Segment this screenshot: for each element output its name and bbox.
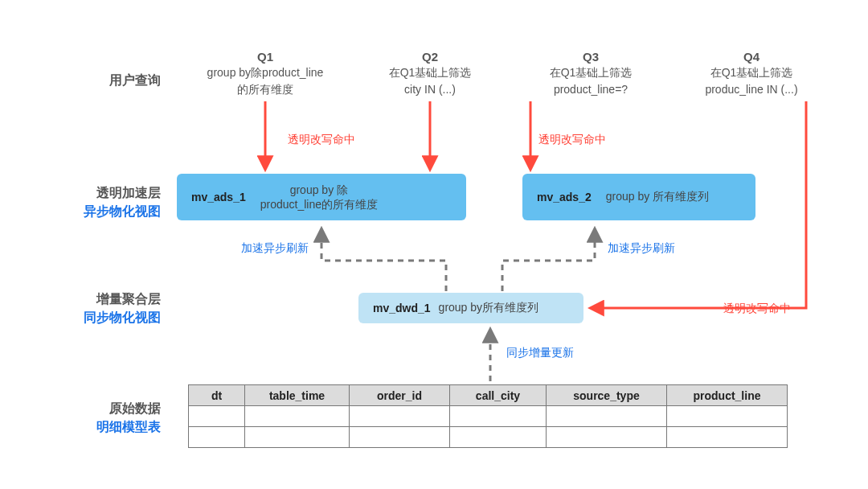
- rowlabel-subtext: 明细模型表: [48, 419, 161, 436]
- arrow-dwd1-to-ads1: [321, 229, 446, 291]
- rowlabel-subtext: 同步物化视图: [48, 310, 161, 327]
- query-line1: 在Q1基础上筛选: [675, 65, 828, 80]
- diagram-stage: 用户查询 透明加速层 异步物化视图 增量聚合层 同步物化视图 原始数据 明细模型…: [0, 0, 868, 489]
- query-id: Q4: [675, 50, 828, 64]
- rowlabel-text: 透明加速层: [48, 185, 161, 202]
- mv-ads-2-box: mv_ads_2 group by 所有维度列: [522, 174, 755, 220]
- rowlabel-agg-layer: 增量聚合层 同步物化视图: [48, 291, 161, 327]
- col-table-time: table_time: [245, 385, 350, 406]
- mv-desc: group by所有维度列: [439, 301, 538, 315]
- query-line1: 在Q1基础上筛选: [354, 65, 506, 80]
- query-line1: 在Q1基础上筛选: [514, 65, 667, 80]
- query-line2: city IN (...): [354, 82, 506, 97]
- query-id: Q3: [514, 50, 667, 64]
- mv-ads-1-box: mv_ads_1 group by 除 product_line的所有维度: [177, 174, 466, 220]
- query-line2: produc_line IN (...): [675, 82, 828, 97]
- rowlabel-text: 用户查询: [48, 72, 161, 89]
- annotation-async-refresh-1: 加速异步刷新: [241, 241, 309, 256]
- query-col-q1: Q1 group by除product_line 的所有维度: [189, 50, 342, 97]
- detail-table: dt table_time order_id call_city source_…: [188, 384, 788, 448]
- arrow-dwd1-to-ads2: [502, 229, 595, 291]
- query-id: Q1: [189, 50, 342, 64]
- rowlabel-raw-data: 原始数据 明细模型表: [48, 401, 161, 436]
- query-col-q4: Q4 在Q1基础上筛选 produc_line IN (...): [675, 50, 828, 97]
- query-line1: group by除product_line: [189, 65, 342, 80]
- col-product-line: product_line: [667, 385, 788, 406]
- col-order-id: order_id: [350, 385, 450, 406]
- mv-name: mv_ads_1: [191, 191, 246, 203]
- col-source-type: source_type: [547, 385, 667, 406]
- query-id: Q2: [354, 50, 506, 64]
- query-col-q2: Q2 在Q1基础上筛选 city IN (...): [354, 50, 506, 97]
- annotation-rewrite-hit-2: 透明改写命中: [538, 133, 606, 147]
- query-line2: 的所有维度: [189, 82, 342, 97]
- mv-desc: group by 除 product_line的所有维度: [260, 183, 378, 212]
- col-dt: dt: [189, 385, 245, 406]
- table-header-row: dt table_time order_id call_city source_…: [189, 385, 788, 406]
- rowlabel-subtext: 异步物化视图: [48, 203, 161, 220]
- annotation-rewrite-hit-3: 透明改写命中: [723, 302, 791, 316]
- query-col-q3: Q3 在Q1基础上筛选 product_line=?: [514, 50, 667, 97]
- annotation-async-refresh-2: 加速异步刷新: [608, 241, 675, 256]
- annotation-sync-inc-update: 同步增量更新: [506, 346, 574, 360]
- rowlabel-accel-layer: 透明加速层 异步物化视图: [48, 185, 161, 220]
- table-row: [189, 427, 788, 448]
- mv-desc: group by 所有维度列: [606, 190, 709, 204]
- mv-desc-line2: product_line的所有维度: [260, 198, 378, 211]
- query-line2: product_line=?: [514, 82, 667, 97]
- col-call-city: call_city: [450, 385, 547, 406]
- mv-desc-line1: group by 除: [290, 183, 348, 196]
- rowlabel-user-query: 用户查询: [48, 72, 161, 89]
- mv-name: mv_dwd_1: [373, 302, 431, 314]
- annotation-rewrite-hit-1: 透明改写命中: [288, 133, 355, 147]
- rowlabel-text: 原始数据: [48, 401, 161, 417]
- rowlabel-text: 增量聚合层: [48, 291, 161, 308]
- table-row: [189, 406, 788, 427]
- mv-dwd-1-box: mv_dwd_1 group by所有维度列: [358, 293, 583, 323]
- mv-name: mv_ads_2: [537, 191, 592, 203]
